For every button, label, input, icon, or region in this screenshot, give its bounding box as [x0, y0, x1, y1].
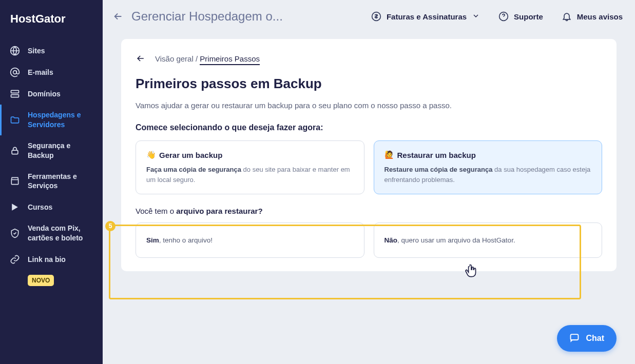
notices-link[interactable]: Meus avisos: [562, 11, 623, 22]
billing-menu[interactable]: Faturas e Assinaturas: [371, 11, 480, 22]
top-actions: Faturas e Assinaturas Suporte Meus aviso…: [371, 11, 623, 22]
sidebar-item-dominios[interactable]: Domínios: [0, 83, 103, 105]
lock-icon: [9, 146, 21, 156]
server-icon: [9, 89, 21, 99]
support-link[interactable]: Suporte: [498, 11, 543, 22]
sidebar-nav: Sites E-mails Domínios Hospedagens e Ser…: [0, 40, 103, 364]
file-answers: Sim, tenho o arquivo! Não, quero usar um…: [136, 223, 602, 258]
dollar-icon: [371, 11, 381, 22]
help-icon: [498, 11, 509, 22]
svg-rect-7: [571, 334, 579, 340]
sidebar-item-seguranca[interactable]: Segurança e Backup: [0, 135, 103, 166]
sidebar-item-label: Venda com Pix, cartões e boleto: [28, 224, 93, 243]
sidebar-item-emails[interactable]: E-mails: [0, 62, 103, 83]
sidebar: HostGator Sites E-mails Domínios Hospeda…: [0, 0, 103, 364]
svg-rect-2: [11, 90, 19, 93]
sidebar-item-label: Link na bio: [28, 255, 93, 265]
back-button[interactable]: [109, 7, 127, 26]
storefront-icon: [9, 176, 21, 186]
sidebar-item-hospedagens[interactable]: Hospedagens e Servidores: [0, 105, 103, 135]
sidebar-item-ferramentas[interactable]: Ferramentas e Serviços: [0, 166, 103, 197]
novo-badge: NOVO: [28, 275, 54, 286]
option-restore-backup[interactable]: 🙋 Restaurar um backup Restaure uma cópia…: [374, 140, 603, 194]
answer-yes[interactable]: Sim, tenho o arquivo!: [136, 223, 364, 258]
breadcrumb-current: Primeiros Passos: [200, 54, 260, 65]
page-context-title: Gerenciar Hospedagem o...: [131, 9, 367, 24]
sidebar-item-venda[interactable]: Venda com Pix, cartões e boleto: [0, 218, 103, 249]
option-title: Gerar um backup: [159, 151, 222, 159]
sidebar-item-linkbio[interactable]: Link na bio NOVO: [0, 249, 103, 292]
shield-icon: [9, 228, 21, 238]
option-generate-backup[interactable]: 👋 Gerar um backup Faça uma cópia de segu…: [136, 140, 364, 194]
sidebar-item-label: E-mails: [28, 68, 93, 77]
notices-label: Meus avisos: [577, 12, 623, 21]
sidebar-item-cursos[interactable]: Cursos: [0, 196, 103, 218]
sidebar-item-label: Hospedagens e Servidores: [28, 110, 93, 130]
play-icon: [9, 202, 21, 212]
answer-no[interactable]: Não, quero usar um arquivo da HostGator.: [374, 223, 603, 258]
question-file: Você tem o arquivo para restaurar?: [136, 207, 602, 215]
main-card: Visão geral / Primeiros Passos Primeiros…: [121, 39, 617, 271]
sidebar-item-label: Cursos: [28, 203, 93, 212]
raise-hand-emoji-icon: 🙋: [384, 150, 394, 159]
content-wrap: Visão geral / Primeiros Passos Primeiros…: [103, 33, 635, 364]
chevron-down-icon: [472, 12, 480, 22]
chat-label: Chat: [586, 334, 604, 343]
bell-icon: [562, 11, 572, 22]
chat-button[interactable]: Chat: [557, 325, 617, 352]
at-icon: [9, 67, 21, 77]
breadcrumb-back[interactable]: [136, 53, 146, 64]
globe-icon: [9, 46, 21, 56]
sidebar-item-sites[interactable]: Sites: [0, 40, 103, 62]
breadcrumb-sep: /: [196, 54, 198, 63]
topbar: Gerenciar Hospedagem o... Faturas e Assi…: [103, 0, 635, 33]
option-desc: Restaure uma cópia de segurança da sua h…: [384, 165, 592, 185]
select-prompt: Comece selecionando o que deseja fazer a…: [136, 123, 602, 132]
svg-rect-4: [12, 150, 18, 154]
wave-emoji-icon: 👋: [146, 150, 156, 159]
billing-label: Faturas e Assinaturas: [387, 12, 467, 21]
support-label: Suporte: [514, 12, 543, 21]
main-area: Gerenciar Hospedagem o... Faturas e Assi…: [103, 0, 635, 364]
brand-logo: HostGator: [0, 0, 103, 40]
option-desc: Faça uma cópia de segurança do seu site …: [146, 165, 354, 185]
chat-icon: [569, 332, 580, 345]
callout-step-number: 5: [105, 221, 116, 231]
page-intro: Vamos ajudar a gerar ou restaurar um bac…: [136, 101, 602, 110]
option-title: Restaurar um backup: [397, 151, 476, 159]
breadcrumb: Visão geral / Primeiros Passos: [136, 53, 602, 64]
sidebar-item-label: Sites: [28, 46, 93, 56]
sidebar-item-label: Segurança e Backup: [28, 141, 93, 160]
link-icon: [9, 254, 21, 265]
sidebar-item-label: Ferramentas e Serviços: [28, 172, 93, 191]
breadcrumb-text: Visão geral / Primeiros Passos: [155, 54, 260, 63]
folder-icon: [9, 115, 21, 125]
page-heading: Primeiros passos em Backup: [136, 76, 602, 92]
action-options: 👋 Gerar um backup Faça uma cópia de segu…: [136, 140, 602, 194]
svg-rect-3: [11, 95, 19, 97]
sidebar-item-label: Domínios: [28, 89, 93, 99]
breadcrumb-parent[interactable]: Visão geral: [155, 54, 194, 63]
svg-point-1: [13, 71, 17, 74]
